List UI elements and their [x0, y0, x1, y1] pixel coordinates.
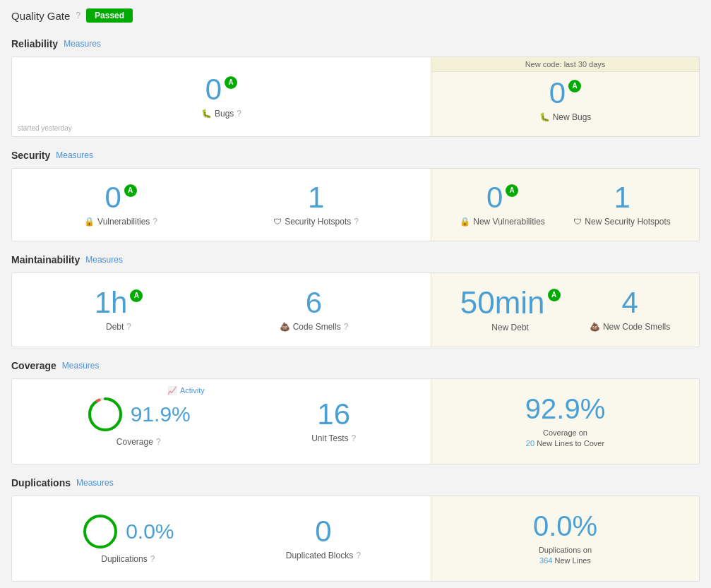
reliability-body: 0 A 🐛 Bugs ? started yesterday New code:…	[11, 56, 700, 137]
new-dup-value: 0.0%	[533, 510, 597, 542]
new-vuln-number: 0	[486, 183, 503, 212]
activity-link[interactable]: Activity	[180, 386, 205, 395]
coverage-section-header: Coverage Measures	[11, 357, 700, 374]
coverage-title: Coverage	[11, 360, 56, 371]
activity-arrow-icon: 📈	[167, 386, 177, 395]
new-vuln-value-display: 0 A	[486, 183, 518, 212]
vuln-help-icon[interactable]: ?	[153, 217, 157, 227]
dup-blocks-label: Duplicated Blocks ?	[286, 551, 361, 560]
security-section: Security Measures 0 A 🔒 Vulnerabilities …	[11, 147, 700, 241]
quality-gate-help-icon[interactable]: ?	[76, 11, 80, 20]
reliability-section-header: Reliability Measures	[11, 35, 700, 52]
reliability-section: Reliability Measures 0 A 🐛 Bugs ? starte…	[11, 35, 700, 137]
debt-metric: 1h A Debt ?	[95, 288, 143, 332]
new-dup-block: 0.0% Duplications on 364 New Lines	[533, 510, 597, 567]
coverage-circle	[87, 396, 124, 433]
coverage-label: Coverage ?	[116, 437, 161, 447]
duplications-measures-link[interactable]: Measures	[76, 478, 114, 488]
security-section-header: Security Measures	[11, 147, 700, 164]
bugs-number: 0	[205, 75, 222, 104]
reliability-new-panel: New code: last 30 days 0 A 🐛 New Bugs	[431, 57, 699, 136]
maintainability-title: Maintainability	[11, 254, 80, 265]
hotspots-value-display: 1	[308, 183, 324, 212]
new-debt-metric: 50min A New Debt	[460, 287, 561, 332]
unit-tests-label: Unit Tests ?	[311, 433, 356, 443]
hotspots-number: 1	[308, 183, 324, 212]
new-code-smells-label: 💩 New Code Smells	[590, 322, 670, 332]
maintainability-measures-link[interactable]: Measures	[85, 255, 123, 265]
reliability-main-panel: 0 A 🐛 Bugs ? started yesterday	[12, 57, 431, 136]
dup-help-icon[interactable]: ?	[150, 554, 155, 564]
code-smells-help-icon[interactable]: ?	[344, 322, 349, 332]
lock-icon: 🔒	[84, 217, 95, 227]
new-lines-number: 20	[526, 439, 534, 448]
new-dup-label: Duplications on 364 New Lines	[539, 545, 592, 567]
svg-point-1	[90, 399, 121, 430]
dup-blocks-help-icon[interactable]: ?	[356, 551, 361, 560]
reliability-measures-link[interactable]: Measures	[64, 39, 101, 49]
maintainability-section-header: Maintainability Measures	[11, 251, 700, 268]
dup-blocks-number: 0	[315, 517, 331, 546]
vuln-value-display: 0 A	[104, 183, 136, 212]
coverage-body: 📈 Activity 91.9%	[11, 378, 700, 464]
dup-blocks-metric: 0 Duplicated Blocks ?	[286, 517, 361, 560]
dup-value-display: 0.0%	[126, 521, 174, 542]
started-note: started yesterday	[18, 124, 72, 132]
duplications-main-panel: 0.0% Duplications ? 0 Duplicated Blocks …	[12, 496, 431, 581]
new-coverage-block: 92.9% Coverage on 20 New Lines to Cover	[525, 393, 605, 450]
unit-tests-value-display: 16	[317, 400, 350, 429]
maintainability-section: Maintainability Measures 1h A Debt ?	[11, 251, 700, 347]
duplications-section-header: Duplications Measures	[11, 474, 700, 491]
unit-tests-help-icon[interactable]: ?	[352, 433, 357, 443]
new-hotspots-number: 1	[614, 183, 630, 212]
bugs-value-display: 0 A	[205, 75, 237, 104]
new-debt-label: New Debt	[491, 323, 529, 332]
vulnerabilities-metric: 0 A 🔒 Vulnerabilities ?	[84, 183, 157, 227]
hotspots-help-icon[interactable]: ?	[354, 217, 359, 227]
new-debt-value-display: 50min A	[460, 287, 561, 318]
new-code-smells-value-display: 4	[621, 288, 638, 318]
quality-gate-header: Quality Gate ? Passed	[11, 8, 700, 23]
security-measures-link[interactable]: Measures	[56, 150, 93, 160]
new-vuln-label: 🔒 New Vulnerabilities	[460, 217, 545, 227]
security-main-panel: 0 A 🔒 Vulnerabilities ? 1 🛡 Se	[12, 169, 431, 241]
code-smells-metric: 6 💩 Code Smells ?	[280, 288, 349, 332]
maintainability-body: 1h A Debt ? 6 💩 Code Smells ?	[11, 272, 700, 347]
hotspots-label: 🛡 Security Hotspots ?	[273, 217, 359, 227]
duplications-svg	[82, 513, 119, 550]
dup-blocks-value-display: 0	[315, 517, 331, 546]
bugs-grade: A	[225, 76, 237, 89]
quality-gate-label: Quality Gate	[11, 10, 70, 22]
new-shield-icon: 🛡	[573, 217, 582, 227]
new-code-smells-metric: 4 💩 New Code Smells	[590, 288, 670, 332]
duplications-circle	[82, 513, 119, 550]
vuln-grade: A	[124, 184, 137, 197]
new-code-banner: New code: last 30 days	[431, 57, 699, 72]
coverage-number: 91.9%	[131, 404, 191, 425]
debt-help-icon[interactable]: ?	[126, 322, 131, 332]
new-bugs-value-display: 0 A	[549, 78, 581, 108]
maintainability-main-panel: 1h A Debt ? 6 💩 Code Smells ?	[12, 273, 431, 347]
coverage-help-icon[interactable]: ?	[156, 437, 161, 447]
debt-value-display: 1h A	[95, 288, 143, 318]
debt-label: Debt ?	[106, 322, 131, 332]
coverage-main-panel: 📈 Activity 91.9%	[12, 379, 431, 464]
hotspots-metric: 1 🛡 Security Hotspots ?	[273, 183, 359, 227]
new-vuln-grade: A	[506, 184, 518, 197]
bugs-help-icon[interactable]: ?	[237, 109, 241, 119]
coverage-measures-link[interactable]: Measures	[62, 361, 100, 371]
shield-icon: 🛡	[273, 217, 282, 227]
duplications-new-panel: 0.0% Duplications on 364 New Lines	[431, 496, 699, 581]
code-smells-value-display: 6	[306, 288, 322, 318]
bug-icon: 🐛	[201, 109, 212, 119]
coverage-section: Coverage Measures 📈 Activity	[11, 357, 700, 464]
unit-tests-metric: 16 Unit Tests ?	[311, 400, 356, 443]
coverage-svg	[87, 396, 124, 433]
coverage-new-panel: 92.9% Coverage on 20 New Lines to Cover	[431, 379, 699, 464]
duplications-body: 0.0% Duplications ? 0 Duplicated Blocks …	[11, 496, 700, 582]
unit-tests-number: 16	[317, 400, 350, 429]
new-lock-icon: 🔒	[460, 217, 470, 227]
reliability-title: Reliability	[11, 38, 58, 49]
security-new-panel: 0 A 🔒 New Vulnerabilities 1 🛡 New Securi…	[431, 169, 699, 241]
new-hotspots-value-display: 1	[614, 183, 630, 212]
